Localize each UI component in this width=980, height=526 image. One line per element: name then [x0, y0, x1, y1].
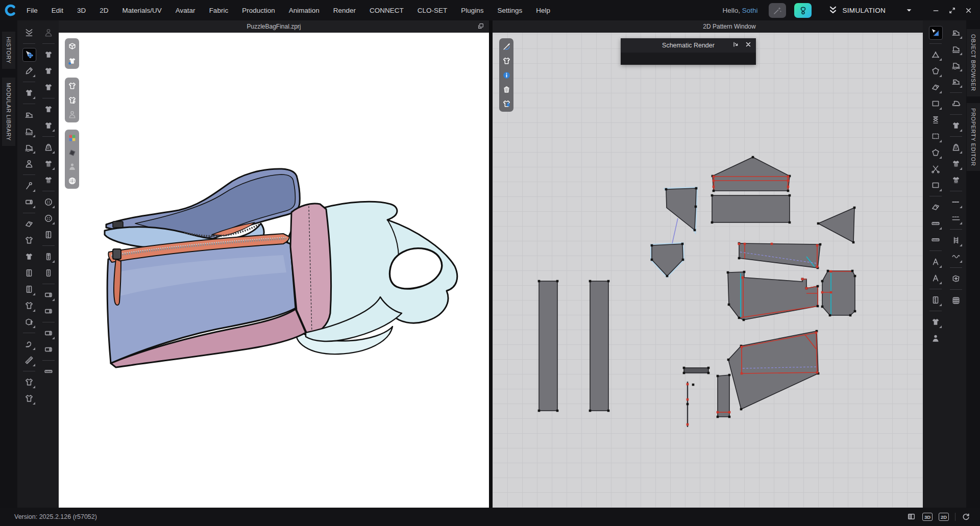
- fabric-view-tool[interactable]: [66, 146, 78, 158]
- menu-edit[interactable]: Edit: [52, 7, 63, 14]
- drape-cut-tool[interactable]: [42, 48, 56, 62]
- roll-a-tool[interactable]: [42, 288, 56, 302]
- print-layout-tool[interactable]: [949, 173, 963, 187]
- edit-seam-tool[interactable]: [501, 41, 512, 52]
- restore-button[interactable]: [948, 6, 957, 15]
- ruler-tool[interactable]: [22, 354, 36, 367]
- free-sewing-2d-tool[interactable]: [949, 59, 963, 72]
- avatar-motion-tool[interactable]: [42, 26, 56, 40]
- rail-tab-property-editor[interactable]: PROPERTY EDITOR: [967, 103, 980, 171]
- placket-sync-tool[interactable]: [22, 283, 36, 296]
- fold-pattern-tool[interactable]: [929, 201, 943, 214]
- garment-tape-a-tool[interactable]: [22, 375, 36, 389]
- buttonhole-tool[interactable]: [42, 212, 56, 226]
- viewport-3d-titlebar[interactable]: PuzzleBagFinal.zprj: [59, 20, 489, 33]
- piping-tool[interactable]: [929, 233, 943, 247]
- menu-clo-set[interactable]: CLO-SET: [418, 7, 448, 14]
- menu-plugins[interactable]: Plugins: [461, 7, 483, 14]
- fuse-tool[interactable]: [949, 97, 963, 111]
- outline-pattern-tool[interactable]: [929, 179, 943, 192]
- button-fasten-tool[interactable]: [42, 228, 56, 242]
- roll-d-tool[interactable]: [42, 343, 56, 357]
- fabric-roll-tool[interactable]: [22, 195, 36, 209]
- close-panel-icon[interactable]: [745, 41, 752, 48]
- drape-style-tool[interactable]: [42, 119, 56, 133]
- free-sewing-tool[interactable]: [22, 141, 36, 155]
- menu-render[interactable]: Render: [333, 7, 356, 14]
- pattern-strip-left[interactable]: [539, 281, 557, 411]
- jacket-drape-tool[interactable]: [22, 234, 36, 247]
- canvas-2d[interactable]: Schematic Render: [493, 33, 923, 508]
- pattern-top-band[interactable]: [712, 195, 790, 222]
- rectangle-pattern-tool[interactable]: [929, 97, 943, 111]
- view-cube-tool[interactable]: [66, 41, 78, 52]
- colorway-2d-tool[interactable]: [949, 157, 963, 171]
- garment-colorway-tool[interactable]: [42, 157, 56, 171]
- colorway-view-tool[interactable]: [66, 132, 78, 143]
- drape-tuck-tool[interactable]: [42, 64, 56, 78]
- button-tool[interactable]: [42, 195, 56, 209]
- menu-materials-uv[interactable]: Materials/UV: [122, 7, 162, 14]
- roll-b-tool[interactable]: [42, 305, 56, 318]
- seam-taping-tool[interactable]: [929, 293, 943, 307]
- caret-down-icon[interactable]: [904, 5, 914, 15]
- rail-tab-history[interactable]: HISTORY: [2, 32, 15, 69]
- fold-arrangement-tool[interactable]: [22, 217, 36, 231]
- transform-pattern-tool[interactable]: [929, 26, 943, 40]
- zipper-open-tool[interactable]: [42, 266, 56, 280]
- menu-3d[interactable]: 3D: [77, 7, 86, 14]
- arrange-garment-2d-tool[interactable]: [949, 119, 963, 133]
- menu-avatar[interactable]: Avatar: [176, 7, 195, 14]
- pattern-long-panel[interactable]: [739, 243, 820, 268]
- reset-view-button[interactable]: [962, 512, 971, 521]
- menu-help[interactable]: Help: [536, 7, 550, 14]
- fit-garment-tool[interactable]: [66, 55, 78, 66]
- pattern-top-gusset[interactable]: [713, 157, 790, 191]
- viewport-2d-titlebar[interactable]: 2D Pattern Window: [493, 20, 966, 33]
- add-pattern-tool[interactable]: [949, 272, 963, 286]
- basting-tool[interactable]: [949, 195, 963, 209]
- pattern-strip-right[interactable]: [590, 281, 608, 411]
- garment-tape-b-tool[interactable]: [22, 392, 36, 406]
- tape-measure-tool[interactable]: [22, 337, 36, 351]
- polygon-pattern-tool[interactable]: [929, 81, 943, 94]
- sewing-machine-tool[interactable]: [22, 108, 36, 122]
- close-button[interactable]: [964, 6, 973, 15]
- text-tool-tool[interactable]: [929, 255, 943, 269]
- cloning-pattern-tool[interactable]: [929, 146, 943, 160]
- pattern-quad-lower-selected[interactable]: [652, 244, 683, 276]
- pattern-small-bar[interactable]: [684, 368, 708, 373]
- rail-tab-object-browser[interactable]: OBJECT BROWSER: [967, 29, 980, 96]
- solidify-garment-tool[interactable]: [22, 299, 36, 313]
- garment-3d-bag[interactable]: [59, 33, 489, 508]
- elastic-tool[interactable]: [949, 250, 963, 264]
- pattern-quad-selected[interactable]: [666, 188, 696, 230]
- edit-pattern-tool[interactable]: [929, 48, 943, 62]
- simulation-mode-selector[interactable]: SIMULATION: [828, 5, 914, 15]
- pattern-information-tool[interactable]: [501, 69, 512, 81]
- trace-pattern-tool[interactable]: [929, 130, 943, 143]
- bag-colorway-tool[interactable]: [42, 141, 56, 155]
- menu-fabric[interactable]: Fabric: [209, 7, 229, 14]
- minimize-button[interactable]: [932, 6, 940, 15]
- shirt-pair-tool[interactable]: [22, 250, 36, 264]
- avatar-pattern-maker-tool[interactable]: [929, 332, 943, 345]
- cut-pattern-tool[interactable]: [929, 162, 943, 176]
- fit-sewing-tool[interactable]: [22, 157, 36, 171]
- dock-panel-icon[interactable]: [732, 41, 740, 48]
- avatar-pose-tool[interactable]: [66, 161, 78, 172]
- magic-wand-button[interactable]: [769, 3, 786, 18]
- select-brush-tool[interactable]: [22, 64, 36, 78]
- show-garment-2d-tool[interactable]: [501, 55, 512, 66]
- shirring-tool[interactable]: [949, 234, 963, 247]
- style-editor-tool[interactable]: [66, 94, 78, 106]
- edit-curvature-tool[interactable]: [929, 64, 943, 78]
- rail-tab-modular-library[interactable]: MODULAR LIBRARY: [2, 78, 15, 146]
- schematic-render-titlebar[interactable]: Schematic Render: [621, 38, 756, 53]
- clo-connect-button[interactable]: [794, 3, 812, 18]
- show-mesh-tool[interactable]: [501, 84, 512, 95]
- select-move-tool[interactable]: [22, 48, 36, 62]
- colorway-tool[interactable]: [42, 173, 56, 187]
- pattern-small-strip[interactable]: [718, 375, 729, 417]
- pin-tool[interactable]: [22, 179, 36, 193]
